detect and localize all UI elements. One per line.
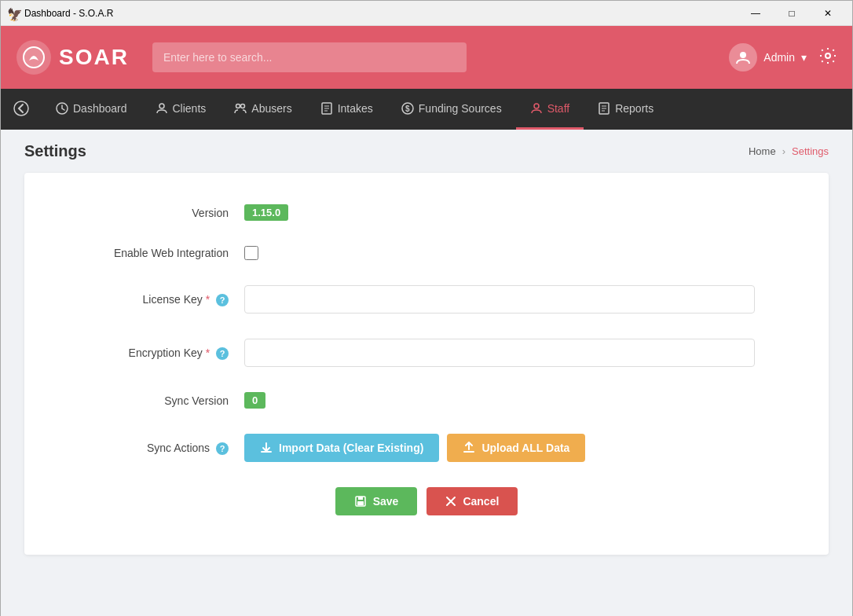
svg-rect-14 bbox=[358, 497, 363, 500]
header-right: Admin ▾ bbox=[729, 43, 837, 72]
admin-label: Admin bbox=[763, 51, 795, 64]
admin-avatar bbox=[729, 43, 757, 72]
svg-point-5 bbox=[159, 104, 164, 108]
sync-actions-label: Sync Actions ? bbox=[71, 442, 244, 455]
nav-item-clients[interactable]: Clients bbox=[141, 89, 221, 130]
sync-version-label: Sync Version bbox=[71, 394, 244, 407]
nav-item-staff[interactable]: Staff bbox=[516, 89, 584, 130]
version-badge: 1.15.0 bbox=[244, 204, 288, 221]
svg-rect-15 bbox=[357, 501, 364, 505]
svg-point-2 bbox=[826, 53, 830, 58]
breadcrumb-current: Settings bbox=[792, 145, 829, 157]
breadcrumb-home: Home bbox=[749, 145, 776, 157]
nav-item-reports[interactable]: Reports bbox=[584, 89, 668, 130]
nav-item-intakes[interactable]: Intakes bbox=[306, 89, 387, 130]
logo-text: SOAR bbox=[59, 45, 129, 70]
nav-item-abusers[interactable]: Abusers bbox=[220, 89, 306, 130]
maximize-button[interactable]: □ bbox=[774, 1, 810, 26]
svg-point-7 bbox=[241, 104, 245, 108]
sync-version-row: Sync Version 0 bbox=[71, 392, 782, 409]
encryption-key-input[interactable] bbox=[244, 339, 755, 367]
search-input[interactable] bbox=[152, 42, 467, 72]
license-key-row: License Key * ? bbox=[71, 285, 782, 314]
svg-point-11 bbox=[534, 104, 539, 108]
nav-back-button[interactable] bbox=[1, 89, 42, 130]
license-key-label: License Key * ? bbox=[71, 293, 244, 306]
sync-version-badge: 0 bbox=[244, 392, 265, 409]
web-integration-row: Enable Web Integration bbox=[71, 246, 782, 260]
encryption-key-label: Encryption Key * ? bbox=[71, 346, 244, 360]
version-row: Version 1.15.0 bbox=[71, 204, 782, 221]
encryption-key-help-icon[interactable]: ? bbox=[216, 347, 229, 360]
web-integration-checkbox[interactable] bbox=[244, 246, 258, 260]
svg-text:$: $ bbox=[405, 104, 410, 113]
sync-actions-buttons: Import Data (Clear Existing) Upload ALL … bbox=[244, 434, 585, 462]
license-key-help-icon[interactable]: ? bbox=[216, 294, 229, 306]
web-integration-label: Enable Web Integration bbox=[71, 247, 244, 259]
logo-icon bbox=[16, 40, 51, 75]
app-header: SOAR Admin ▾ bbox=[1, 26, 852, 89]
breadcrumb-separator: › bbox=[782, 145, 785, 157]
settings-icon-button[interactable] bbox=[819, 47, 837, 68]
license-key-required: * bbox=[206, 293, 210, 306]
sync-actions-help-icon[interactable]: ? bbox=[216, 442, 229, 455]
content-area: Settings Home › Settings Version 1.15.0 … bbox=[1, 130, 852, 616]
page-title: Settings bbox=[24, 142, 86, 160]
form-actions: Save Cancel bbox=[71, 487, 782, 515]
upload-all-data-button[interactable]: Upload ALL Data bbox=[447, 434, 585, 462]
app-icon: 🦅 bbox=[7, 7, 20, 20]
minimize-button[interactable]: — bbox=[738, 1, 774, 26]
import-data-button[interactable]: Import Data (Clear Existing) bbox=[244, 434, 439, 462]
license-key-input[interactable] bbox=[244, 285, 755, 314]
encryption-key-required: * bbox=[206, 346, 210, 359]
svg-point-1 bbox=[740, 52, 746, 58]
logo-area: SOAR bbox=[16, 40, 129, 75]
svg-point-6 bbox=[236, 104, 240, 108]
main-nav: Dashboard Clients Abusers Intakes bbox=[1, 89, 852, 130]
close-button[interactable]: ✕ bbox=[810, 1, 846, 26]
breadcrumb: Home › Settings bbox=[749, 145, 829, 157]
admin-dropdown-icon: ▾ bbox=[801, 51, 807, 64]
save-button[interactable]: Save bbox=[335, 487, 418, 515]
window-controls: — □ ✕ bbox=[738, 1, 846, 26]
admin-button[interactable]: Admin ▾ bbox=[729, 43, 807, 72]
encryption-key-row: Encryption Key * ? bbox=[71, 339, 782, 367]
cancel-button[interactable]: Cancel bbox=[426, 487, 518, 515]
sync-actions-row: Sync Actions ? Import Data (Clear Existi… bbox=[71, 434, 782, 462]
nav-item-funding-sources[interactable]: $ Funding Sources bbox=[387, 89, 516, 130]
page-header: Settings Home › Settings bbox=[1, 130, 852, 173]
nav-item-dashboard[interactable]: Dashboard bbox=[42, 89, 141, 130]
settings-card: Version 1.15.0 Enable Web Integration Li… bbox=[24, 173, 829, 555]
titlebar: 🦅 Dashboard - S.O.A.R — □ ✕ bbox=[1, 1, 852, 26]
svg-point-3 bbox=[14, 101, 28, 116]
version-label: Version bbox=[71, 207, 244, 219]
window-title: Dashboard - S.O.A.R bbox=[24, 8, 738, 19]
